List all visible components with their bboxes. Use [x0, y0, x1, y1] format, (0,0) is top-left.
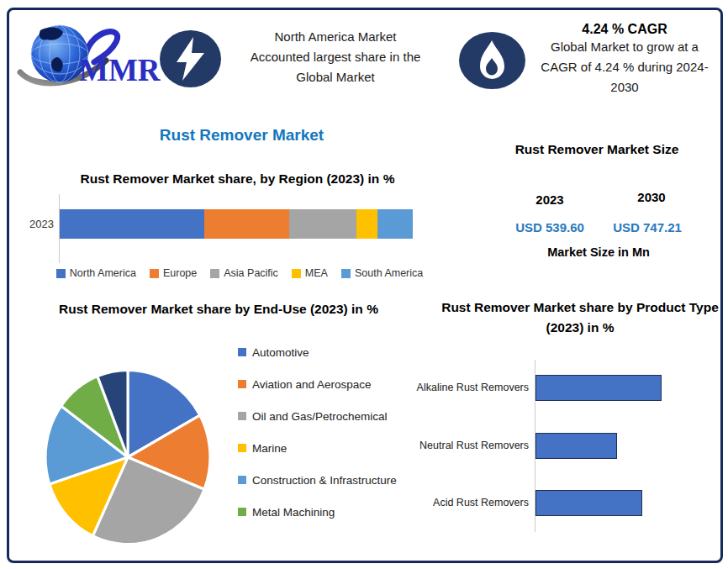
legend-key-icon — [210, 269, 219, 278]
region-segment-europe — [204, 209, 289, 239]
region-segment-asia-pacific — [289, 209, 356, 239]
market-size-value-2023: USD 539.60 — [501, 220, 599, 234]
legend-item-north-america: North America — [56, 267, 136, 279]
legend-key-icon — [238, 444, 246, 452]
legend-item-asia-pacific: Asia Pacific — [210, 267, 278, 279]
enduse-chart-title: Rust Remover Market share by End-Use (20… — [46, 299, 391, 319]
legend-item-oil-and-gas-petrochemical: Oil and Gas/Petrochemical — [238, 408, 406, 424]
region-category-label: 2023 — [15, 218, 54, 230]
product-bar-neutral-rust-removers — [535, 433, 617, 459]
legend-key-icon — [238, 476, 246, 484]
legend-item-south-america: South America — [341, 267, 423, 279]
enduse-pie-chart — [42, 366, 214, 548]
cagr-headline: 4.24 % CAGR — [528, 22, 721, 37]
legend-item-marine: Marine — [238, 440, 406, 456]
product-bar-acid-rust-removers — [535, 490, 642, 516]
cagr-callout: 4.24 % CAGR Global Market to grow at a C… — [528, 22, 721, 97]
region-stacked-bar — [60, 209, 413, 239]
legend-key-icon — [56, 269, 66, 278]
enduse-legend: AutomotiveAviation and AerospaceOil and … — [238, 345, 406, 536]
legend-label: Aviation and Aerospace — [252, 377, 372, 393]
market-size-year-2030: 2030 — [616, 190, 687, 204]
logo-text: MMR — [79, 53, 161, 87]
na-callout: North America Market Accounted largest s… — [225, 27, 446, 87]
legend-label: MEA — [305, 267, 328, 279]
market-size-value-2030: USD 747.21 — [599, 220, 696, 234]
market-size-year-2023: 2023 — [514, 192, 585, 207]
na-callout-line: North America Market — [225, 27, 446, 47]
region-segment-south-america — [377, 209, 413, 239]
product-chart-title: Rust Remover Market share by Product Typ… — [441, 298, 719, 338]
market-size-title: Rust Remover Market Size — [496, 140, 698, 160]
legend-key-icon — [238, 412, 246, 420]
legend-key-icon — [150, 269, 159, 278]
legend-item-metal-machining: Metal Machining — [238, 504, 406, 520]
legend-label: Asia Pacific — [224, 267, 278, 279]
legend-key-icon — [238, 380, 246, 388]
legend-item-construction-infrastructure: Construction & Infrastructure — [238, 472, 406, 488]
legend-key-icon — [292, 269, 301, 278]
legend-key-icon — [238, 508, 246, 516]
market-size-unit-label: Market Size in Mn — [506, 245, 691, 259]
legend-item-mea: MEA — [292, 267, 328, 279]
legend-label: South America — [355, 267, 423, 279]
product-category-acid-rust-removers: Acid Rust Removers — [416, 497, 529, 508]
legend-label: Metal Machining — [252, 504, 335, 520]
region-chart-title: Rust Remover Market share, by Region (20… — [50, 169, 425, 189]
legend-label: Oil and Gas/Petrochemical — [252, 408, 388, 424]
lightning-badge — [160, 30, 221, 87]
cagr-line: 2030 — [528, 77, 721, 97]
legend-item-aviation-and-aerospace: Aviation and Aerospace — [238, 377, 406, 393]
legend-key-icon — [238, 348, 246, 356]
product-bar-alkaline-rust-removers — [535, 375, 662, 401]
cagr-line: CAGR of 4.24 % during 2024- — [528, 57, 721, 77]
legend-label: Europe — [163, 267, 197, 279]
legend-key-icon — [341, 269, 351, 278]
product-category-neutral-rust-removers: Neutral Rust Removers — [416, 440, 529, 451]
flame-badge — [459, 32, 525, 89]
legend-label: North America — [70, 267, 136, 279]
mmr-logo: MMR — [13, 18, 161, 92]
legend-item-europe: Europe — [150, 267, 197, 279]
na-callout-line: Accounted largest share in the — [225, 47, 446, 67]
region-segment-mea — [356, 209, 377, 239]
na-callout-line: Global Market — [225, 67, 446, 87]
cagr-line: Global Market to grow at a — [528, 37, 721, 57]
legend-label: Automotive — [252, 345, 309, 361]
product-category-alkaline-rust-removers: Alkaline Rust Removers — [416, 382, 529, 393]
region-legend: North AmericaEuropeAsia PacificMEASouth … — [46, 267, 433, 279]
legend-label: Construction & Infrastructure — [252, 472, 397, 488]
legend-label: Marine — [252, 440, 287, 456]
legend-item-automotive: Automotive — [238, 345, 406, 361]
region-segment-north-america — [60, 209, 204, 239]
page-title: Rust Remover Market — [67, 126, 416, 145]
